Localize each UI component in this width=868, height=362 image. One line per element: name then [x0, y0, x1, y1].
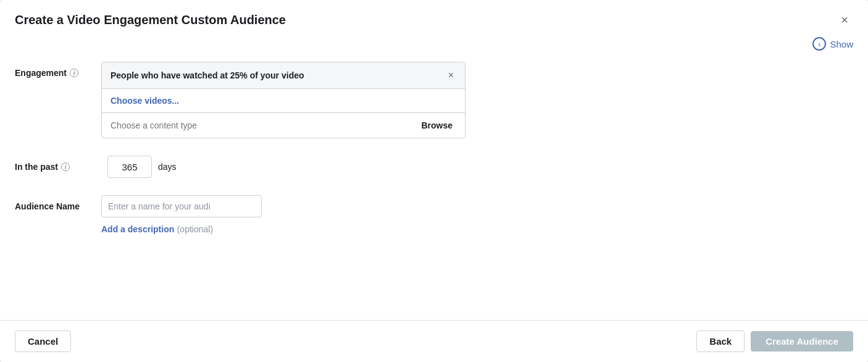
choose-videos-section: Choose videos... — [102, 89, 465, 113]
modal-title: Create a Video Engagement Custom Audienc… — [15, 13, 286, 27]
content-type-row: Browse — [102, 113, 465, 138]
browse-button[interactable]: Browse — [417, 119, 456, 132]
show-button[interactable]: ‹ Show — [812, 37, 853, 51]
modal-header: Create a Video Engagement Custom Audienc… — [0, 0, 868, 37]
modal-container: Create a Video Engagement Custom Audienc… — [0, 0, 868, 362]
engagement-row: Engagement i People who have watched at … — [15, 62, 853, 138]
close-button[interactable]: × — [836, 11, 853, 28]
audience-name-inner: Audience Name — [15, 195, 262, 217]
back-button[interactable]: Back — [696, 330, 745, 352]
in-past-label: In the past i — [15, 162, 101, 172]
engagement-selected-text: People who have watched at 25% of your v… — [111, 70, 304, 80]
audience-name-label: Audience Name — [15, 201, 101, 211]
engagement-box: People who have watched at 25% of your v… — [101, 62, 465, 138]
show-label: Show — [830, 39, 853, 49]
choose-videos-link[interactable]: Choose videos... — [111, 96, 179, 106]
engagement-remove-button[interactable]: × — [446, 70, 456, 81]
engagement-label: Engagement i — [15, 62, 101, 78]
optional-label-text: (optional) — [177, 224, 213, 234]
in-past-info-icon[interactable]: i — [61, 162, 70, 171]
content-type-input[interactable] — [111, 120, 417, 130]
audience-name-input[interactable] — [101, 195, 262, 217]
footer-right: Back Create Audience — [696, 330, 853, 352]
days-suffix-label: days — [158, 162, 177, 172]
in-past-row: In the past i days — [15, 156, 853, 178]
modal-footer: Cancel Back Create Audience — [0, 320, 868, 362]
modal-body: Engagement i People who have watched at … — [0, 56, 868, 320]
days-input[interactable] — [107, 156, 152, 178]
add-description-link[interactable]: Add a description — [101, 224, 174, 234]
engagement-top: People who have watched at 25% of your v… — [102, 62, 465, 89]
show-bar: ‹ Show — [0, 37, 868, 56]
audience-name-row: Audience Name Add a description (optiona… — [15, 195, 853, 235]
create-audience-button[interactable]: Create Audience — [751, 331, 853, 351]
circle-arrow-icon: ‹ — [812, 37, 826, 51]
engagement-info-icon[interactable]: i — [70, 69, 78, 77]
cancel-button[interactable]: Cancel — [15, 330, 71, 352]
description-row: Add a description (optional) — [15, 224, 213, 235]
